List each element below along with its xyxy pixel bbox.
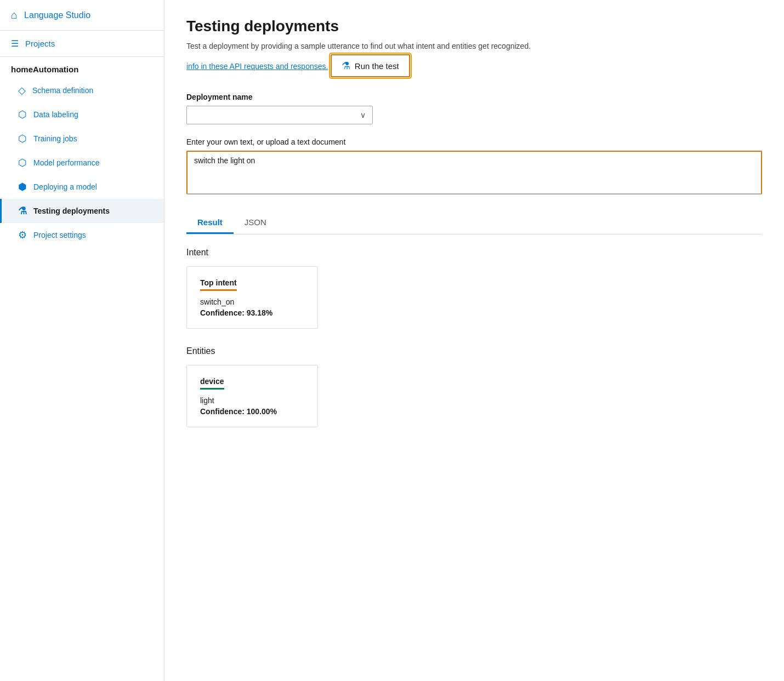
sidebar-item-label: Testing deployments (33, 207, 110, 215)
page-title: Testing deployments (186, 18, 762, 35)
intent-confidence-label: Confidence: (200, 308, 245, 317)
training-icon: ⬡ (18, 133, 27, 145)
schema-icon: ◇ (18, 84, 26, 96)
tab-json[interactable]: JSON (234, 212, 277, 234)
entities-card: device light Confidence: 100.00% (186, 365, 318, 427)
sidebar-item-label: Data labeling (33, 110, 78, 119)
data-labeling-icon: ⬡ (18, 108, 27, 121)
entities-card-title: device (200, 377, 224, 390)
sidebar-item-data-labeling[interactable]: ⬡ Data labeling (0, 102, 164, 127)
text-input-section: Enter your own text, or upload a text do… (186, 138, 762, 212)
utterance-input[interactable] (186, 151, 762, 194)
result-tabs: Result JSON (186, 212, 762, 234)
sidebar: ⌂ Language Studio ☰ Projects homeAutomat… (0, 0, 164, 681)
intent-value: switch_on (200, 297, 304, 306)
projects-label: Projects (25, 39, 55, 48)
entities-section-title: Entities (186, 346, 762, 356)
text-input-label: Enter your own text, or upload a text do… (186, 138, 762, 146)
deployment-name-label: Deployment name (186, 93, 762, 101)
sidebar-item-label: Model performance (33, 158, 100, 167)
main-content: Testing deployments Test a deployment by… (164, 0, 784, 681)
model-icon: ⬡ (18, 157, 27, 169)
intent-section-title: Intent (186, 248, 762, 257)
api-info-link[interactable]: info in these API requests and responses… (186, 62, 328, 71)
app-header[interactable]: ⌂ Language Studio (0, 0, 164, 31)
intent-card-title: Top intent (200, 278, 237, 291)
run-test-label: Run the test (355, 61, 399, 71)
deploy-icon: ⬢ (18, 181, 27, 193)
sidebar-item-label: Schema definition (32, 86, 93, 95)
entities-section: Entities device light Confidence: 100.00… (186, 346, 762, 427)
home-icon: ⌂ (11, 9, 18, 21)
sidebar-item-training-jobs[interactable]: ⬡ Training jobs (0, 127, 164, 151)
menu-icon: ☰ (11, 38, 19, 49)
settings-icon: ⚙ (18, 229, 27, 241)
intent-confidence: Confidence: 93.18% (200, 308, 304, 317)
page-description: Test a deployment by providing a sample … (186, 41, 762, 52)
intent-card: Top intent switch_on Confidence: 93.18% (186, 266, 318, 329)
sidebar-item-deploying-a-model[interactable]: ⬢ Deploying a model (0, 175, 164, 199)
sidebar-item-label: Training jobs (33, 134, 77, 143)
app-name: Language Studio (24, 10, 90, 20)
entities-confidence: Confidence: 100.00% (200, 407, 304, 416)
sidebar-item-label: Project settings (33, 231, 86, 239)
deployment-select[interactable]: ∨ (186, 106, 373, 124)
entities-value: light (200, 396, 304, 405)
entities-confidence-label: Confidence: (200, 407, 245, 416)
run-test-button[interactable]: ⚗ Run the test (331, 54, 410, 77)
projects-nav[interactable]: ☰ Projects (0, 31, 164, 57)
entities-confidence-value: 100.00% (247, 407, 277, 416)
sidebar-item-testing-deployments[interactable]: ⚗ Testing deployments (0, 199, 164, 223)
intent-confidence-value: 93.18% (247, 308, 272, 317)
chevron-down-icon: ∨ (360, 111, 366, 119)
intent-section: Intent Top intent switch_on Confidence: … (186, 248, 762, 329)
testing-icon: ⚗ (18, 205, 27, 217)
sidebar-item-project-settings[interactable]: ⚙ Project settings (0, 223, 164, 247)
sidebar-item-model-performance[interactable]: ⬡ Model performance (0, 151, 164, 175)
flask-icon: ⚗ (342, 60, 350, 72)
tab-result[interactable]: Result (186, 212, 234, 234)
project-name: homeAutomation (0, 57, 164, 78)
sidebar-item-label: Deploying a model (33, 182, 97, 191)
sidebar-item-schema-definition[interactable]: ◇ Schema definition (0, 78, 164, 102)
deployment-name-section: Deployment name ∨ (186, 93, 762, 124)
